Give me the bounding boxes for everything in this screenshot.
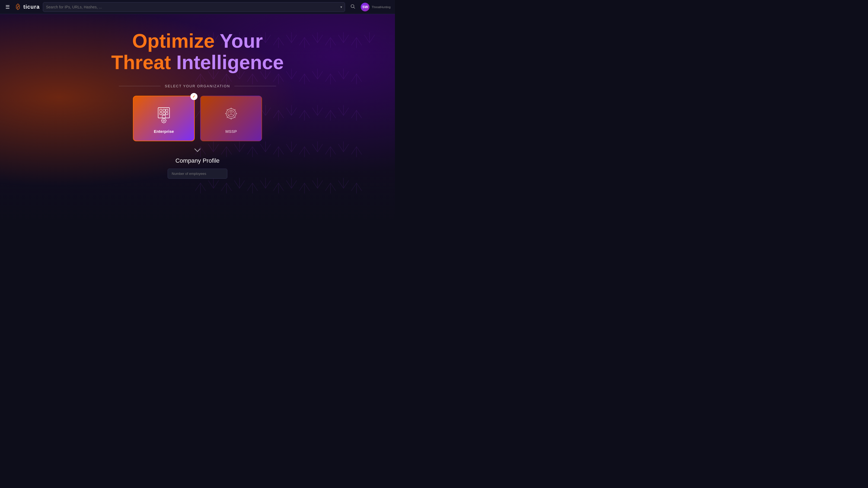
select-org-label: SELECT YOUR ORGANIZATION [165,84,230,88]
word-your: Your [220,30,263,52]
logo-icon [14,3,22,11]
svg-rect-7 [160,112,162,115]
org-cards: ✓ [133,96,262,141]
word-intelligence: Intelligence [176,52,284,73]
enterprise-icon [153,104,175,125]
avatar[interactable]: SW [361,3,369,11]
mssp-icon [220,104,242,125]
nav-right: SW ThreatHunting [361,3,391,11]
svg-rect-9 [166,112,168,115]
svg-line-18 [165,122,166,122]
word-optimize: Optimize [132,30,215,52]
svg-rect-6 [166,109,168,111]
svg-point-12 [163,120,165,122]
search-dropdown-arrow[interactable]: ▾ [340,5,342,9]
search-input[interactable] [46,5,340,9]
navbar: ☰ ticura ▾ SW ThreatHunting [0,0,395,14]
svg-rect-5 [163,109,165,111]
user-info: ThreatHunting [372,5,391,9]
hero-title-line1: Optimize Your [111,30,284,52]
search-button[interactable] [348,3,358,11]
center-content: Optimize Your Threat Intelligence SELECT… [0,14,395,178]
svg-line-28 [235,117,236,118]
svg-line-29 [235,109,236,110]
svg-rect-8 [163,112,165,115]
section-divider: SELECT YOUR ORGANIZATION [119,84,276,88]
svg-line-30 [227,117,227,118]
enterprise-label: Enterprise [154,129,174,134]
hero-title-line2: Threat Intelligence [111,52,284,73]
svg-rect-4 [160,109,162,111]
search-bar[interactable]: ▾ [43,2,345,12]
svg-rect-10 [162,115,165,118]
user-tag: ThreatHunting [372,5,391,9]
divider-line-left [119,86,161,86]
search-icon [350,4,355,9]
hero-title: Optimize Your Threat Intelligence [111,30,284,73]
mssp-label: MSSP [225,129,237,134]
org-card-mssp[interactable]: MSSP [200,96,262,141]
employees-input[interactable] [167,169,227,178]
svg-line-27 [227,109,227,110]
logo-text: ticura [23,4,40,10]
main-content: Optimize Your Threat Intelligence SELECT… [0,14,395,222]
company-profile-label: Company Profile [176,157,220,164]
word-threat: Threat [111,52,171,73]
org-card-enterprise[interactable]: ✓ [133,96,195,141]
hamburger-menu[interactable]: ☰ [4,3,11,11]
logo[interactable]: ticura [14,3,40,11]
company-profile-inputs [167,169,227,178]
svg-point-31 [230,111,232,113]
svg-line-2 [354,7,355,8]
selected-check-badge: ✓ [190,93,197,100]
chevron-down[interactable] [194,148,201,154]
divider-line-right [235,86,276,86]
